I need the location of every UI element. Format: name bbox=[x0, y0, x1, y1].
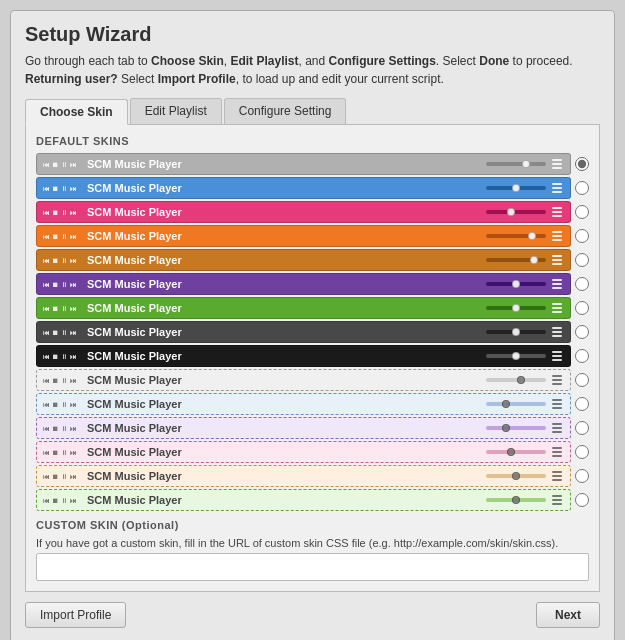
control-icon[interactable]: ⏮ bbox=[43, 401, 50, 408]
menu-icon[interactable] bbox=[550, 277, 564, 291]
control-icon[interactable]: ⏮ bbox=[43, 281, 50, 288]
control-icon[interactable]: ⏹ bbox=[52, 161, 59, 168]
skin-radio[interactable] bbox=[575, 253, 589, 267]
control-icon[interactable]: ⏸ bbox=[61, 185, 68, 192]
menu-icon[interactable] bbox=[550, 373, 564, 387]
tab-choose-skin[interactable]: Choose Skin bbox=[25, 99, 128, 125]
skin-row[interactable]: ⏮⏹⏸⏭SCM Music Player bbox=[36, 465, 589, 487]
skin-radio[interactable] bbox=[575, 349, 589, 363]
control-icon[interactable]: ⏭ bbox=[70, 401, 77, 408]
control-icon[interactable]: ⏭ bbox=[70, 185, 77, 192]
skin-row[interactable]: ⏮⏹⏸⏭SCM Music Player bbox=[36, 297, 589, 319]
tab-configure-setting[interactable]: Configure Setting bbox=[224, 98, 347, 124]
control-icon[interactable]: ⏸ bbox=[61, 329, 68, 336]
control-icon[interactable]: ⏭ bbox=[70, 209, 77, 216]
control-icon[interactable]: ⏮ bbox=[43, 209, 50, 216]
skin-row[interactable]: ⏮⏹⏸⏭SCM Music Player bbox=[36, 225, 589, 247]
control-icon[interactable]: ⏭ bbox=[70, 473, 77, 480]
control-icon[interactable]: ⏸ bbox=[61, 161, 68, 168]
import-profile-button[interactable]: Import Profile bbox=[25, 602, 126, 628]
skin-radio[interactable] bbox=[575, 181, 589, 195]
control-icon[interactable]: ⏭ bbox=[70, 329, 77, 336]
skin-radio[interactable] bbox=[575, 157, 589, 171]
control-icon[interactable]: ⏮ bbox=[43, 425, 50, 432]
custom-skin-input[interactable] bbox=[36, 553, 589, 581]
control-icon[interactable]: ⏭ bbox=[70, 425, 77, 432]
skin-radio[interactable] bbox=[575, 493, 589, 507]
menu-icon[interactable] bbox=[550, 421, 564, 435]
skin-row[interactable]: ⏮⏹⏸⏭SCM Music Player bbox=[36, 201, 589, 223]
menu-icon[interactable] bbox=[550, 229, 564, 243]
control-icon[interactable]: ⏮ bbox=[43, 305, 50, 312]
menu-icon[interactable] bbox=[550, 205, 564, 219]
control-icon[interactable]: ⏸ bbox=[61, 257, 68, 264]
skin-row[interactable]: ⏮⏹⏸⏭SCM Music Player bbox=[36, 393, 589, 415]
menu-icon[interactable] bbox=[550, 349, 564, 363]
tab-edit-playlist[interactable]: Edit Playlist bbox=[130, 98, 222, 124]
skin-row[interactable]: ⏮⏹⏸⏭SCM Music Player bbox=[36, 417, 589, 439]
menu-icon[interactable] bbox=[550, 397, 564, 411]
control-icon[interactable]: ⏸ bbox=[61, 401, 68, 408]
skin-radio[interactable] bbox=[575, 421, 589, 435]
control-icon[interactable]: ⏸ bbox=[61, 473, 68, 480]
control-icon[interactable]: ⏸ bbox=[61, 425, 68, 432]
control-icon[interactable]: ⏹ bbox=[52, 329, 59, 336]
control-icon[interactable]: ⏸ bbox=[61, 209, 68, 216]
menu-icon[interactable] bbox=[550, 157, 564, 171]
skin-radio[interactable] bbox=[575, 469, 589, 483]
skin-radio[interactable] bbox=[575, 277, 589, 291]
control-icon[interactable]: ⏹ bbox=[52, 377, 59, 384]
menu-icon[interactable] bbox=[550, 445, 564, 459]
skin-radio[interactable] bbox=[575, 445, 589, 459]
control-icon[interactable]: ⏮ bbox=[43, 257, 50, 264]
control-icon[interactable]: ⏭ bbox=[70, 449, 77, 456]
control-icon[interactable]: ⏮ bbox=[43, 185, 50, 192]
skin-radio[interactable] bbox=[575, 325, 589, 339]
control-icon[interactable]: ⏹ bbox=[52, 449, 59, 456]
control-icon[interactable]: ⏭ bbox=[70, 305, 77, 312]
skin-row[interactable]: ⏮⏹⏸⏭SCM Music Player bbox=[36, 273, 589, 295]
skin-radio[interactable] bbox=[575, 229, 589, 243]
control-icon[interactable]: ⏭ bbox=[70, 353, 77, 360]
control-icon[interactable]: ⏹ bbox=[52, 305, 59, 312]
control-icon[interactable]: ⏮ bbox=[43, 497, 50, 504]
control-icon[interactable]: ⏭ bbox=[70, 497, 77, 504]
control-icon[interactable]: ⏮ bbox=[43, 233, 50, 240]
skin-row[interactable]: ⏮⏹⏸⏭SCM Music Player bbox=[36, 489, 589, 511]
control-icon[interactable]: ⏸ bbox=[61, 449, 68, 456]
menu-icon[interactable] bbox=[550, 325, 564, 339]
skin-row[interactable]: ⏮⏹⏸⏭SCM Music Player bbox=[36, 153, 589, 175]
control-icon[interactable]: ⏸ bbox=[61, 377, 68, 384]
skin-row[interactable]: ⏮⏹⏸⏭SCM Music Player bbox=[36, 441, 589, 463]
control-icon[interactable]: ⏸ bbox=[61, 305, 68, 312]
menu-icon[interactable] bbox=[550, 253, 564, 267]
menu-icon[interactable] bbox=[550, 301, 564, 315]
control-icon[interactable]: ⏸ bbox=[61, 281, 68, 288]
control-icon[interactable]: ⏹ bbox=[52, 233, 59, 240]
control-icon[interactable]: ⏹ bbox=[52, 473, 59, 480]
skin-radio[interactable] bbox=[575, 373, 589, 387]
control-icon[interactable]: ⏮ bbox=[43, 473, 50, 480]
skin-radio[interactable] bbox=[575, 301, 589, 315]
control-icon[interactable]: ⏹ bbox=[52, 257, 59, 264]
control-icon[interactable]: ⏹ bbox=[52, 281, 59, 288]
skin-row[interactable]: ⏮⏹⏸⏭SCM Music Player bbox=[36, 369, 589, 391]
control-icon[interactable]: ⏹ bbox=[52, 425, 59, 432]
skin-row[interactable]: ⏮⏹⏸⏭SCM Music Player bbox=[36, 249, 589, 271]
menu-icon[interactable] bbox=[550, 181, 564, 195]
control-icon[interactable]: ⏭ bbox=[70, 377, 77, 384]
control-icon[interactable]: ⏭ bbox=[70, 257, 77, 264]
skin-radio[interactable] bbox=[575, 205, 589, 219]
control-icon[interactable]: ⏭ bbox=[70, 161, 77, 168]
next-button[interactable]: Next bbox=[536, 602, 600, 628]
control-icon[interactable]: ⏸ bbox=[61, 497, 68, 504]
menu-icon[interactable] bbox=[550, 493, 564, 507]
menu-icon[interactable] bbox=[550, 469, 564, 483]
control-icon[interactable]: ⏸ bbox=[61, 353, 68, 360]
control-icon[interactable]: ⏭ bbox=[70, 233, 77, 240]
control-icon[interactable]: ⏹ bbox=[52, 353, 59, 360]
control-icon[interactable]: ⏭ bbox=[70, 281, 77, 288]
control-icon[interactable]: ⏮ bbox=[43, 161, 50, 168]
control-icon[interactable]: ⏮ bbox=[43, 377, 50, 384]
control-icon[interactable]: ⏮ bbox=[43, 329, 50, 336]
